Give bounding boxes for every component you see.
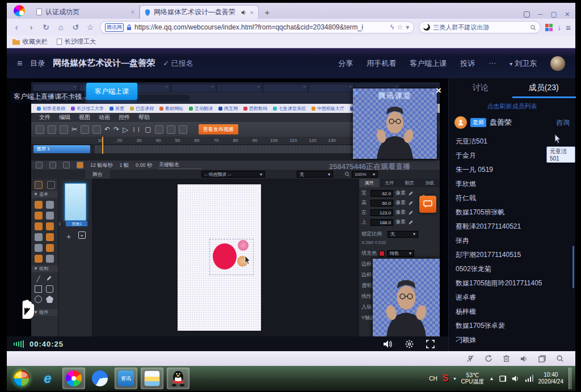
taskbar-qq[interactable] [167, 368, 190, 389]
news-app-icon: 资讯 [118, 370, 134, 386]
fps-label: 12 帧每秒 [90, 162, 113, 169]
user-menu[interactable]: ▾ 刘卫东 [510, 58, 537, 69]
browser-tab-2-active[interactable]: 网络媒体艺术设计—盘善荣 × [140, 5, 259, 19]
bookmarks-folder[interactable]: 收藏夹栏 [12, 37, 48, 46]
teacher-row[interactable]: 老师 盘善荣 咨询 [449, 111, 575, 132]
flash-icon[interactable]: ϟ [390, 23, 394, 31]
property-unit: 像素 [395, 189, 406, 197]
property-unit: 像素 [395, 218, 406, 226]
app-mode-icon[interactable] [524, 11, 530, 18]
search-icon[interactable] [530, 24, 536, 31]
show-desktop-button[interactable] [569, 368, 572, 389]
member-item[interactable]: 朱一凡 0519 [456, 163, 569, 177]
inner-cursor [245, 256, 251, 265]
home-button[interactable]: ⌂ [56, 23, 66, 32]
scrollbar[interactable] [572, 246, 574, 288]
taskbar-browser2[interactable] [89, 368, 111, 389]
tab-discussion[interactable]: 讨论 [449, 83, 512, 93]
member-item[interactable]: 数媒1705陆雨吟2017711405 [456, 276, 569, 290]
taskbar-ie[interactable]: e [36, 368, 59, 389]
minimize-button[interactable]: ─ [538, 10, 543, 18]
tab-audio-icon[interactable] [241, 10, 247, 15]
close-tab-icon[interactable]: × [250, 9, 254, 16]
chevron-down-icon[interactable]: ▾ [406, 23, 409, 31]
member-item[interactable]: 数媒1705张卓裴 [456, 319, 569, 333]
close-window-button[interactable]: × [565, 10, 570, 19]
download-icon[interactable]: ↓ [557, 23, 561, 32]
tab-members[interactable]: 成员(23) [512, 83, 576, 93]
live-stream-video[interactable]: mugeda.com 初学者教程长沙理工大学百度已选课程素材网站互动翻译闽互网西… [7, 78, 448, 351]
taskbar-folder-app[interactable] [141, 368, 163, 389]
search-box[interactable]: 三类人群不建议出游 [419, 21, 541, 33]
address-bar[interactable]: 腾讯网 https://ke.qq.com/webcourse/index.ht… [100, 21, 414, 33]
start-button[interactable] [10, 368, 33, 389]
catalog-label[interactable]: 目录 [30, 58, 45, 69]
search-icon[interactable] [556, 355, 564, 363]
taskbar-news-app[interactable]: 资讯 [115, 368, 137, 389]
pin-icon[interactable] [466, 355, 474, 363]
active-tab-underline [512, 96, 576, 98]
member-item[interactable]: 0502张龙菊 [456, 262, 569, 276]
header-action[interactable]: 客户端上课 [410, 58, 447, 69]
window-icon[interactable] [538, 355, 546, 363]
consult-link[interactable]: 咨询 [556, 118, 570, 128]
history-button[interactable]: ↺ [70, 23, 81, 32]
bookmark-item[interactable]: 长沙理工大 [57, 37, 96, 46]
tray-expand-icon[interactable]: ▲ [490, 376, 494, 381]
client-class-button[interactable]: 客户端上课 [86, 83, 137, 100]
apps-grid-icon[interactable] [545, 24, 553, 31]
lang-indicator[interactable]: CH [429, 376, 437, 382]
property-value: 60.0 [371, 200, 393, 206]
forward-button[interactable]: › [26, 23, 36, 32]
reload-button[interactable]: ↻ [41, 23, 51, 32]
refresh-icon[interactable] [485, 355, 492, 363]
volume-icon[interactable] [383, 340, 393, 348]
header-action[interactable]: 分享 [338, 58, 353, 69]
polygon-tool-icon [46, 296, 53, 303]
tab-label: 认证成功页 [45, 7, 128, 17]
close-overlay-icon[interactable]: × [436, 85, 441, 96]
clock[interactable]: 10:402020/4/24 [538, 372, 564, 385]
header-action[interactable]: ··· [489, 58, 496, 69]
member-item[interactable]: 杨梓楹 [456, 305, 569, 319]
sogou-ime-icon[interactable]: S [443, 373, 449, 383]
fullscreen-icon[interactable] [426, 340, 435, 348]
settings-gear-icon[interactable] [405, 340, 414, 348]
tray-volume-icon[interactable] [512, 375, 520, 382]
star-icon[interactable]: ☆ [397, 23, 403, 31]
browser-tab-1[interactable]: 认证成功页 × [32, 5, 140, 19]
member-item[interactable]: 彭宇潮201771140515 [456, 248, 569, 262]
member-item[interactable]: 符仁戟 [456, 191, 569, 205]
inner-bookmark: 百度 [110, 106, 124, 112]
new-tab-button[interactable]: + [259, 5, 276, 19]
avatar[interactable] [550, 56, 565, 71]
teacher-webcam-top[interactable]: ▶ 腾讯课堂 × [353, 88, 437, 159]
main-area: mugeda.com 初学者教程长沙理工大学百度已选课程素材网站互动翻译闽互网西… [7, 78, 575, 351]
back-button[interactable]: ‹ [11, 23, 22, 32]
trash-icon[interactable] [503, 355, 510, 363]
maximize-button[interactable]: ▢ [550, 10, 557, 18]
close-tab-icon[interactable]: × [131, 9, 134, 15]
member-item[interactable]: 李欣燃 [456, 177, 569, 191]
action-center-icon[interactable] [499, 375, 507, 382]
header-action[interactable]: 用手机看 [367, 58, 396, 69]
network-icon[interactable] [525, 375, 533, 382]
refresh-members-link[interactable]: 点击刷新成员列表 [449, 102, 575, 111]
member-item[interactable]: 数媒1705班张帆 [456, 205, 569, 220]
taskbar-sogou-active[interactable] [62, 368, 85, 389]
sound-icon[interactable] [520, 355, 528, 363]
properties-tab: 属性 [359, 179, 380, 187]
header-action[interactable]: 投诉 [460, 58, 475, 69]
member-item[interactable]: 蔡毅泽201771140521 [456, 220, 569, 234]
menu-icon[interactable]: ≡ [566, 23, 571, 32]
member-item[interactable]: 谢卓睿 [456, 290, 569, 305]
inner-bookmark: 已选课程 [130, 106, 154, 112]
member-item[interactable]: 刁颖姝 [456, 333, 569, 347]
editor-menu: 动画 [99, 113, 110, 121]
favorite-button[interactable]: ☆ [85, 23, 95, 32]
client-tooltip: 客户端上直播课不卡顿 [10, 91, 85, 103]
member-item[interactable]: 张冉 [456, 234, 569, 248]
catalog-menu-icon[interactable]: ≡ [17, 58, 22, 69]
ime-tools-icon[interactable]: ▾ [453, 376, 456, 381]
teacher-webcam-bottom[interactable] [373, 259, 440, 338]
